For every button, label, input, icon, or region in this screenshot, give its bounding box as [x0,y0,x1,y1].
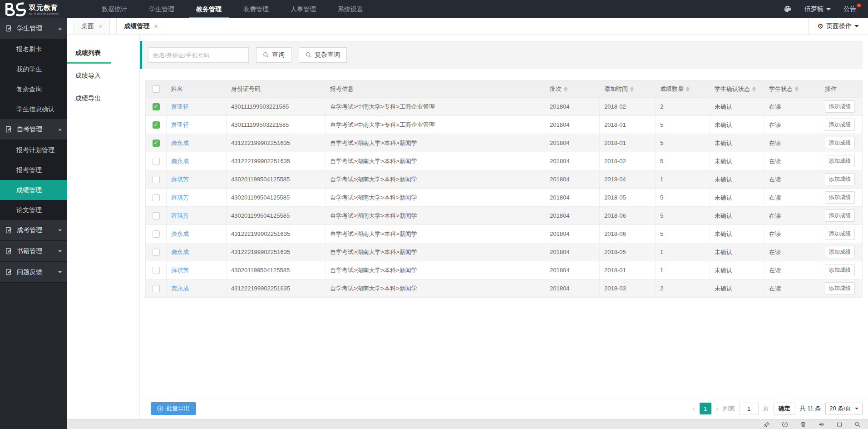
select-all-checkbox[interactable] [153,85,160,93]
sidebar-item-exam-apply-mgmt[interactable]: 报考管理 [0,160,67,180]
add-score-button[interactable]: 添加成绩 [825,191,855,204]
table-row: 薛琪芳 430201199504125585 自学考试>湖南大学>本科>新闻学 … [146,261,862,279]
student-name-link[interactable]: 萧亚轩 [171,121,189,129]
search-input[interactable] [148,47,249,63]
row-checkbox[interactable] [153,103,160,110]
row-checkbox[interactable] [153,121,160,129]
sidebar-item-exam-plan-mgmt[interactable]: 报考计划管理 [0,140,67,160]
tab-desktop[interactable]: 桌面 × [74,18,110,34]
student-name-link[interactable]: 龚永成 [171,248,189,256]
col-header-added-time[interactable]: 添加时间 [600,80,656,97]
student-name-link[interactable]: 萧亚轩 [171,103,189,111]
pin-icon[interactable] [764,421,770,428]
row-checkbox[interactable] [153,158,160,165]
prev-page-icon[interactable]: ‹ [692,404,695,413]
content-spacer [140,298,868,398]
sidebar-item-complex-query[interactable]: 复杂查询 [0,79,67,99]
nav-item-data-stats[interactable]: 数据统计 [91,0,138,18]
add-score-button[interactable]: 添加成绩 [825,119,855,131]
complex-query-button[interactable]: 复杂查询 [299,47,347,63]
sort-icon[interactable] [752,87,756,91]
confirm-status-cell: 未确认 [710,98,764,115]
score-count-cell: 1 [656,261,710,279]
sort-icon[interactable] [630,87,634,91]
student-name-link[interactable]: 龚永成 [171,284,189,293]
sort-icon[interactable] [564,87,567,91]
add-score-button[interactable]: 添加成绩 [825,246,855,258]
student-name-link[interactable]: 薛琪芳 [171,266,189,274]
user-menu[interactable]: 伍梦楠 [804,5,831,13]
page-actions-button[interactable]: ⚙ 页面操作 [808,18,868,34]
sort-icon[interactable] [686,87,690,91]
page-number-button[interactable]: 1 [700,403,711,414]
sidebar-group-feedback[interactable]: 问题反馈 [0,262,67,283]
add-score-button[interactable]: 添加成绩 [825,137,855,149]
subnav-item-score-list[interactable]: 成绩列表 [67,44,139,66]
query-button[interactable]: 查询 [256,47,291,63]
added-time-cell: 2018-02 [600,152,656,170]
row-checkbox[interactable] [153,140,160,147]
volume-icon[interactable] [818,421,824,428]
sidebar-item-my-students[interactable]: 我的学生 [0,59,67,79]
add-score-button[interactable]: 添加成绩 [825,264,855,276]
add-score-button[interactable]: 添加成绩 [825,100,855,113]
dashboard-icon[interactable] [782,421,788,428]
sidebar-item-thesis-mgmt[interactable]: 论文管理 [0,200,67,220]
sort-icon[interactable] [795,87,799,91]
add-score-button[interactable]: 添加成绩 [825,282,855,294]
sidebar-group-student-mgmt[interactable]: 学生管理 [0,18,67,39]
row-checkbox[interactable] [153,285,160,292]
window-icon[interactable] [836,421,843,428]
student-name-link[interactable]: 龚永成 [171,230,189,238]
goto-confirm-button[interactable]: 确定 [774,403,795,414]
nav-item-student-mgmt[interactable]: 学生管理 [138,0,185,18]
subnav-item-score-import[interactable]: 成绩导入 [67,66,139,89]
search-icon[interactable] [854,421,861,428]
col-header-student-status[interactable]: 学生状态 [764,80,820,97]
add-score-button[interactable]: 添加成绩 [825,173,855,185]
nav-item-academic-mgmt[interactable]: 教务管理 [185,0,232,18]
announcement-label: 公告 [843,5,856,12]
sidebar-item-signup-card[interactable]: 报名刷卡 [0,39,67,59]
sidebar-item-score-mgmt[interactable]: 成绩管理 [0,180,67,200]
col-header-score-count[interactable]: 成绩数量 [656,80,710,97]
row-checkbox[interactable] [153,267,160,274]
nav-item-fee-mgmt[interactable]: 收费管理 [232,0,280,18]
page-size-select[interactable]: 20 条/页 [825,403,863,414]
col-header-apply-info: 报考信息 [326,80,545,97]
tab-close-icon[interactable]: × [154,23,158,30]
tab-label: 桌面 [81,22,94,30]
student-name-link[interactable]: 龚永成 [171,139,189,147]
student-name-link[interactable]: 龚永成 [171,157,189,165]
batch-export-button[interactable]: 批量导出 [151,402,196,415]
trash-icon[interactable] [800,421,806,428]
next-page-icon[interactable]: › [716,404,719,413]
announcement-link[interactable]: 公告 [843,5,860,13]
student-name-link[interactable]: 薛琪芳 [171,212,189,220]
row-checkbox[interactable] [153,212,160,219]
tab-score-mgmt[interactable]: 成绩管理 × [116,18,165,34]
sidebar-group-self-exam-mgmt[interactable]: 自考管理 [0,119,67,140]
row-checkbox[interactable] [153,194,160,201]
add-score-button[interactable]: 添加成绩 [825,155,855,167]
confirm-status-cell: 未确认 [710,116,764,134]
col-header-batch[interactable]: 批次 [545,80,600,97]
row-checkbox[interactable] [153,230,160,238]
nav-item-hr-mgmt[interactable]: 人事管理 [280,0,327,18]
add-score-button[interactable]: 添加成绩 [825,210,855,222]
nav-item-system-settings[interactable]: 系统设置 [327,0,374,18]
add-score-button[interactable]: 添加成绩 [825,228,855,240]
sidebar-item-student-info-confirm[interactable]: 学生信息确认 [0,99,67,119]
goto-page-input[interactable] [740,403,759,414]
col-header-confirm-status[interactable]: 学生确认状态 [710,80,764,97]
tab-close-icon[interactable]: × [99,23,102,30]
theme-palette-icon[interactable] [784,5,792,13]
row-checkbox[interactable] [153,249,160,256]
student-name-link[interactable]: 薛琪芳 [171,175,189,184]
row-checkbox[interactable] [153,176,160,183]
sidebar-group-book-mgmt[interactable]: 书籍管理 [0,241,67,262]
sidebar-group-adult-exam-mgmt[interactable]: 成考管理 [0,220,67,241]
student-name-link[interactable]: 薛琪芳 [171,194,189,202]
sidebar-group-label: 成考管理 [17,226,58,234]
subnav-item-score-export[interactable]: 成绩导出 [67,89,139,112]
